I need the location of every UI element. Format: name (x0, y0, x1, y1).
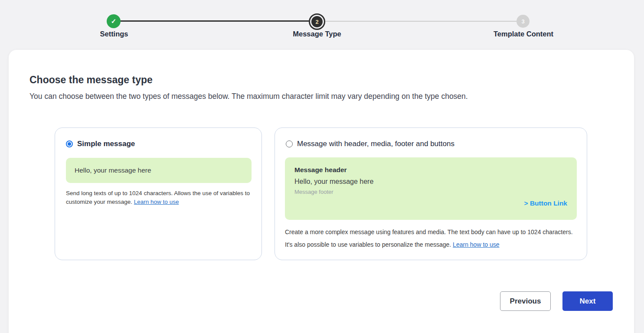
step-template-content-number[interactable]: 3 (517, 15, 530, 28)
complex-message-learn-link[interactable]: Learn how to use (453, 241, 499, 248)
complex-message-description-text: Create a more complex message using feat… (285, 229, 573, 248)
complex-message-description: Create a more complex message using feat… (285, 226, 579, 251)
stepper-connector-completed (114, 20, 317, 22)
complex-message-header: Message with header, media, footer and b… (286, 140, 454, 148)
step-message-type-label[interactable]: Message Type (293, 30, 341, 38)
complex-message-label[interactable]: Message with header, media, footer and b… (297, 140, 454, 148)
preview-message-body: Hello, your message here (294, 178, 567, 186)
simple-message-label[interactable]: Simple message (77, 140, 135, 148)
preview-button-link: > Button Link (294, 199, 567, 207)
complex-message-radio[interactable] (286, 140, 293, 147)
preview-message-footer: Message footer (294, 189, 567, 195)
complex-message-preview: Message header Hello, your message here … (285, 157, 577, 220)
page-title: Choose the message type (29, 74, 153, 86)
step-settings-label[interactable]: Settings (100, 30, 128, 38)
simple-message-preview: Hello, your message here (66, 158, 252, 183)
step-message-type-number: 2 (311, 16, 323, 27)
simple-message-description: Send long texts of up to 1024 characters… (66, 189, 252, 206)
step-message-type-indicator[interactable]: 2 (309, 13, 325, 30)
next-button[interactable]: Next (562, 291, 613, 311)
simple-message-header: Simple message (66, 140, 135, 148)
simple-message-preview-text: Hello, your message here (75, 166, 151, 174)
step-template-content-label[interactable]: Template Content (494, 30, 553, 38)
option-card-complex-message[interactable]: Message with header, media, footer and b… (275, 127, 587, 260)
simple-message-learn-link[interactable]: Learn how to use (134, 199, 179, 205)
stepper-connector-upcoming (317, 21, 523, 22)
simple-message-radio[interactable] (66, 140, 73, 147)
wizard-stepper: ✓ Settings 2 Message Type 3 Template Con… (0, 0, 644, 50)
preview-message-header: Message header (294, 166, 567, 174)
step-settings-check-icon[interactable]: ✓ (107, 14, 121, 28)
page-subtitle: You can choose between the two types of … (29, 92, 468, 101)
previous-button[interactable]: Previous (500, 291, 551, 311)
wizard-panel: Choose the message type You can choose b… (9, 50, 634, 333)
option-card-simple-message[interactable]: Simple message Hello, your message here … (55, 127, 262, 260)
